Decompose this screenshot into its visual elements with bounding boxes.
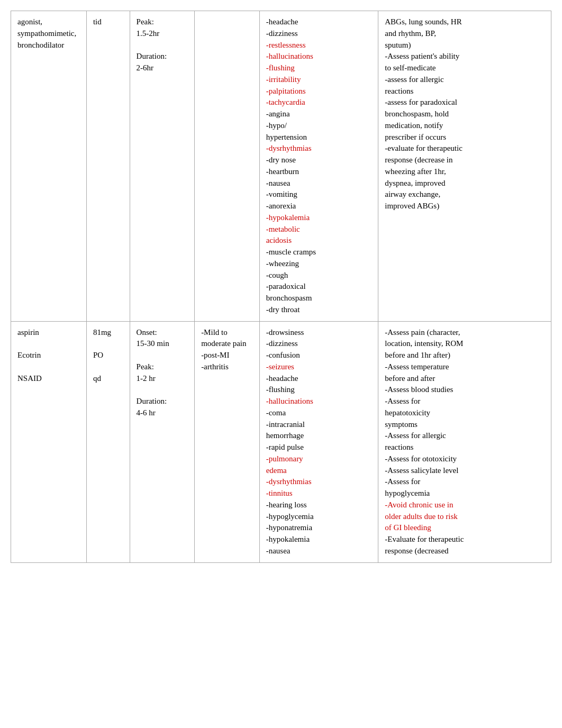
adverse-effect-item: -pulmonary edema [266,453,372,477]
adverse-effect-item: -wheezing [266,258,372,270]
adverse-effect-item: -hallucinations [266,396,372,407]
adverse-effect-item: -anorexia [266,201,372,212]
drug-name: aspirin Ecotrin NSAID [11,321,87,562]
adverse-effect-item: -irritability [266,74,372,86]
table-row: agonist, sympathomimetic, bronchodilator… [11,11,551,322]
adverse-effect-item: -muscle cramps [266,247,372,258]
adverse-effect-item: -rapid pulse [266,442,372,453]
adverse-effect-item: -heartburn [266,166,372,178]
adverse-effects: -drowsiness-dizziness-confusion-seizures… [259,321,378,562]
nursing-item: -Assess for ototoxicity [385,453,545,465]
adverse-effect-item: -paradoxical bronchospasm [266,281,372,304]
adverse-effect-item: -cough [266,270,372,281]
drug-name: agonist, sympathomimetic, bronchodilator [11,11,87,322]
nursing-item: -Assess salicylate level [385,465,545,477]
adverse-effect-item: -metabolic acidosis [266,224,372,247]
adverse-effect-item: -flushing [266,384,372,396]
pharmacokinetics: Peak: 1.5-2hr Duration: 2-6hr [130,11,195,322]
adverse-effect-item: -drowsiness [266,327,372,339]
indications [195,11,260,322]
adverse-effect-item: -dysrhythmias [266,143,372,154]
nursing-item: -Assess for hepatotoxicity symptoms [385,396,545,430]
dose: tid [86,11,130,322]
adverse-effect-item: -hallucinations [266,51,372,62]
nursing-item: -Assess temperature before and after [385,361,545,385]
nursing-item: -Evaluate for therapeutic response (decr… [385,534,545,557]
adverse-effect-item: -nausea [266,178,372,189]
medication-table: agonist, sympathomimetic, bronchodilator… [11,11,551,563]
adverse-effect-item: -tinnitus [266,488,372,499]
adverse-effect-item: -hearing loss [266,499,372,511]
nursing-item: -Assess patient's ability to self-medica… [385,51,545,74]
pharmacokinetics: Onset: 15-30 min Peak: 1-2 hr Duration: … [130,321,195,562]
nursing-item: -Assess for hypoglycemia [385,476,545,499]
nursing-item: -Assess pain (character, location, inten… [385,327,545,361]
adverse-effect-item: -coma [266,407,372,419]
adverse-effect-item: -hypokalemia [266,534,372,545]
nursing-item: -evaluate for therapeutic response (decr… [385,143,545,212]
adverse-effect-item: -vomiting [266,189,372,201]
adverse-effect-item: -dysrhythmias [266,476,372,488]
nursing-item: -assess for paradoxical bronchospasm, ho… [385,97,545,143]
adverse-effects: -headache-dizziness-restlessness-halluci… [259,11,378,322]
nursing-item: -Avoid chronic use in older adults due t… [385,499,545,534]
adverse-effect-item: -hyponatremia [266,522,372,534]
adverse-effect-item: -angina [266,108,372,120]
adverse-effect-item: -seizures [266,361,372,373]
adverse-effect-item: -hypokalemia [266,212,372,224]
adverse-effect-item: -dizziness [266,338,372,350]
nursing-item: -assess for allergic reactions [385,74,545,97]
nursing-item: ABGs, lung sounds, HR and rhythm, BP, sp… [385,16,545,51]
adverse-effect-item: -hypo/ hypertension [266,120,372,143]
adverse-effect-item: -dry throat [266,304,372,316]
nursing-item: -Assess for allergic reactions [385,430,545,453]
dose: 81mg PO qd [86,321,130,562]
adverse-effect-item: -dizziness [266,28,372,40]
adverse-effect-item: -intracranial hemorrhage [266,419,372,442]
adverse-effect-item: -headache [266,373,372,385]
adverse-effect-item: -tachycardia [266,97,372,108]
adverse-effect-item: -nausea [266,545,372,557]
adverse-effect-item: -confusion [266,350,372,361]
indications: -Mild to moderate pain -post-MI -arthrit… [195,321,260,562]
adverse-effect-item: -palpitations [266,86,372,97]
adverse-effect-item: -flushing [266,62,372,74]
adverse-effect-item: -restlessness [266,40,372,51]
nursing-considerations: -Assess pain (character, location, inten… [378,321,551,562]
adverse-effect-item: -dry nose [266,154,372,166]
table-row: aspirin Ecotrin NSAID81mg PO qdOnset: 15… [11,321,551,562]
adverse-effect-item: -hypoglycemia [266,511,372,523]
adverse-effect-item: -headache [266,16,372,28]
nursing-item: -Assess blood studies [385,384,545,396]
nursing-considerations: ABGs, lung sounds, HR and rhythm, BP, sp… [378,11,551,322]
